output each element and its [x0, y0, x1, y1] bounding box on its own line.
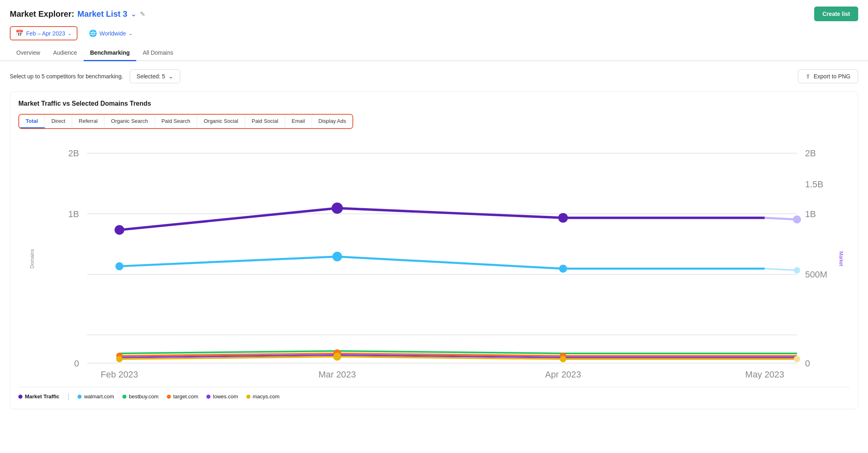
legend-item-bestbuy: bestbuy.com — [122, 393, 159, 400]
traffic-tab-paid-search[interactable]: Paid Search — [155, 115, 197, 128]
traffic-tab-total[interactable]: Total — [19, 115, 45, 128]
benchmarking-instruction: Select up to 5 competitors for benchmark… — [10, 73, 123, 80]
export-label: Export to PNG — [814, 73, 850, 80]
svg-point-31 — [794, 356, 800, 362]
svg-point-23 — [559, 264, 567, 273]
legend-item-walmart: walmart.com — [78, 393, 114, 400]
legend-dot-bestbuy — [122, 395, 126, 399]
chart-card: Market Traffic vs Selected Domains Trend… — [10, 91, 858, 409]
geo-chevron-icon: ⌄ — [128, 31, 133, 36]
svg-point-20 — [793, 215, 801, 224]
globe-icon: 🌐 — [89, 29, 97, 37]
legend-dot-market-traffic — [18, 395, 22, 399]
svg-text:Feb 2023: Feb 2023 — [101, 369, 138, 379]
date-filter[interactable]: 📅 Feb – Apr 2023 ⌄ — [10, 26, 78, 40]
svg-text:500M: 500M — [805, 269, 827, 280]
legend-item-market-traffic: Market Traffic — [18, 393, 60, 400]
svg-text:1.5B: 1.5B — [805, 179, 824, 189]
legend-label-lowes: lowes.com — [213, 393, 238, 400]
traffic-tab-paid-social[interactable]: Paid Social — [245, 115, 285, 128]
benchmarking-bar: Select up to 5 competitors for benchmark… — [10, 69, 858, 83]
tab-audience[interactable]: Audience — [46, 45, 83, 61]
selected-chevron-icon: ⌄ — [168, 73, 173, 80]
legend-label-bestbuy: bestbuy.com — [129, 393, 159, 400]
svg-point-29 — [333, 353, 341, 361]
svg-point-30 — [560, 356, 566, 362]
svg-text:1B: 1B — [68, 209, 79, 219]
svg-point-18 — [332, 202, 343, 214]
svg-point-19 — [558, 213, 568, 223]
nav-tabs: Overview Audience Benchmarking All Domai… — [0, 45, 868, 61]
traffic-tab-email[interactable]: Email — [285, 115, 312, 128]
legend-dot-macys — [246, 395, 250, 399]
y-axis-right-label: Market — [839, 251, 844, 266]
svg-text:2B: 2B — [805, 148, 816, 158]
svg-text:0: 0 — [805, 358, 810, 369]
chart-svg: 2B 1B 0 2B 1.5B 1B 500M 0 Feb 2023 Mar 2… — [39, 137, 829, 379]
date-filter-label: Feb – Apr 2023 — [26, 30, 65, 37]
svg-text:May 2023: May 2023 — [745, 369, 784, 379]
date-chevron-icon: ⌄ — [68, 31, 72, 36]
legend-label-target: target.com — [173, 393, 198, 400]
traffic-tab-direct[interactable]: Direct — [45, 115, 72, 128]
legend-label-macys: macys.com — [253, 393, 280, 400]
svg-point-22 — [332, 252, 342, 262]
traffic-tab-organic-social[interactable]: Organic Social — [197, 115, 245, 128]
legend-dot-target — [167, 395, 171, 399]
tab-all-domains[interactable]: All Domains — [136, 45, 180, 61]
legend-item-macys: macys.com — [246, 393, 280, 400]
svg-text:1B: 1B — [805, 209, 816, 219]
legend-dot-lowes — [206, 395, 210, 399]
selected-dropdown[interactable]: Selected: 5 ⌄ — [130, 69, 180, 83]
page-title-static: Market Explorer: — [10, 9, 74, 19]
export-button[interactable]: ⇧ Export to PNG — [798, 69, 858, 83]
svg-point-21 — [115, 262, 124, 271]
selected-label: Selected: 5 — [137, 73, 165, 80]
chart-legend: Market Traffic | walmart.com bestbuy.com… — [18, 387, 850, 401]
y-axis-left-label: Domains — [29, 249, 35, 268]
traffic-tab-organic-search[interactable]: Organic Search — [104, 115, 155, 128]
svg-point-17 — [115, 225, 124, 235]
export-icon: ⇧ — [806, 73, 810, 80]
create-list-button[interactable]: Create list — [814, 7, 858, 21]
chart-wrapper: Domains Market 2B 1B 0 2B 1.5B 1B 500M 0 — [39, 137, 829, 380]
legend-label-walmart: walmart.com — [84, 393, 114, 400]
legend-item-lowes: lowes.com — [206, 393, 238, 400]
svg-text:2B: 2B — [68, 148, 79, 158]
svg-text:0: 0 — [74, 358, 79, 369]
traffic-tab-display-ads[interactable]: Display Ads — [312, 115, 353, 128]
legend-item-target: target.com — [167, 393, 198, 400]
tab-overview[interactable]: Overview — [10, 45, 46, 61]
traffic-tab-referral[interactable]: Referral — [72, 115, 104, 128]
svg-point-28 — [116, 356, 123, 362]
calendar-icon: 📅 — [16, 29, 24, 37]
edit-icon[interactable]: ✎ — [140, 10, 145, 18]
svg-point-24 — [794, 267, 800, 273]
legend-label-market-traffic: Market Traffic — [25, 393, 60, 400]
geo-filter[interactable]: 🌐 Worldwide ⌄ — [84, 27, 137, 40]
legend-separator: | — [68, 392, 70, 401]
legend-dot-walmart — [78, 395, 82, 399]
traffic-tabs: Total Direct Referral Organic Search Pai… — [18, 114, 353, 129]
chart-title: Market Traffic vs Selected Domains Trend… — [18, 100, 850, 107]
svg-text:Apr 2023: Apr 2023 — [545, 369, 581, 379]
svg-text:Mar 2023: Mar 2023 — [319, 369, 356, 379]
market-list-dropdown-icon[interactable]: ⌄ — [131, 9, 137, 18]
geo-filter-label: Worldwide — [100, 30, 126, 37]
tab-benchmarking[interactable]: Benchmarking — [84, 45, 136, 61]
page-title-row: Market Explorer: Market List 3 ⌄ ✎ — [10, 9, 145, 19]
page-title-blue: Market List 3 — [78, 9, 127, 19]
